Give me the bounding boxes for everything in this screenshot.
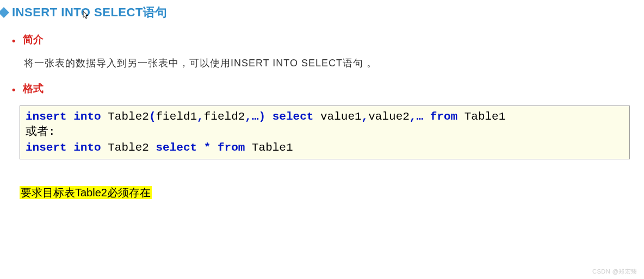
format-heading: • 格式 xyxy=(0,82,644,96)
code-keyword: into xyxy=(73,110,101,123)
code-keyword: select xyxy=(273,110,314,123)
code-keyword: from xyxy=(430,110,457,123)
code-text: value2 xyxy=(368,110,410,123)
code-keyword: select xyxy=(156,141,197,154)
section-title: INSERT INTO SELECT语句 xyxy=(0,4,644,21)
code-keyword: , xyxy=(362,110,369,123)
format-label: 格式 xyxy=(23,82,44,96)
code-keyword: * xyxy=(204,141,211,154)
code-keyword: into xyxy=(73,141,101,154)
code-keyword: ,… xyxy=(410,110,423,123)
code-keyword: insert xyxy=(26,141,67,154)
code-text: Table2 xyxy=(101,141,156,154)
code-text: field2 xyxy=(204,110,245,123)
code-text: field1 xyxy=(156,110,197,123)
watermark-text: CSDN @郑宏臻 xyxy=(592,268,637,276)
code-keyword: , xyxy=(197,110,204,123)
code-keyword: insert xyxy=(26,110,67,123)
intro-heading: • 简介 xyxy=(0,33,644,47)
intro-label: 简介 xyxy=(23,33,44,47)
code-keyword: ,…) xyxy=(245,110,265,123)
code-text: Table1 xyxy=(457,110,505,123)
highlight-text: 要求目标表Table2必须存在 xyxy=(20,186,152,199)
code-block: insert into Table2(field1,field2,…) sele… xyxy=(20,106,630,159)
highlight-note: 要求目标表Table2必须存在 xyxy=(20,185,644,200)
bullet-dot-icon: • xyxy=(12,36,15,46)
code-text: Table1 xyxy=(245,141,293,154)
mouse-cursor-icon xyxy=(83,11,90,20)
code-keyword: ( xyxy=(149,110,156,123)
code-text: value1 xyxy=(313,110,361,123)
code-text: Table2 xyxy=(101,110,149,123)
code-text: 或者: xyxy=(26,126,55,138)
intro-description: 将一张表的数据导入到另一张表中，可以使用INSERT INTO SELECT语句… xyxy=(0,57,644,70)
code-keyword: from xyxy=(218,141,245,154)
bullet-dot-icon: • xyxy=(12,85,15,95)
diamond-bullet-icon xyxy=(0,7,9,18)
